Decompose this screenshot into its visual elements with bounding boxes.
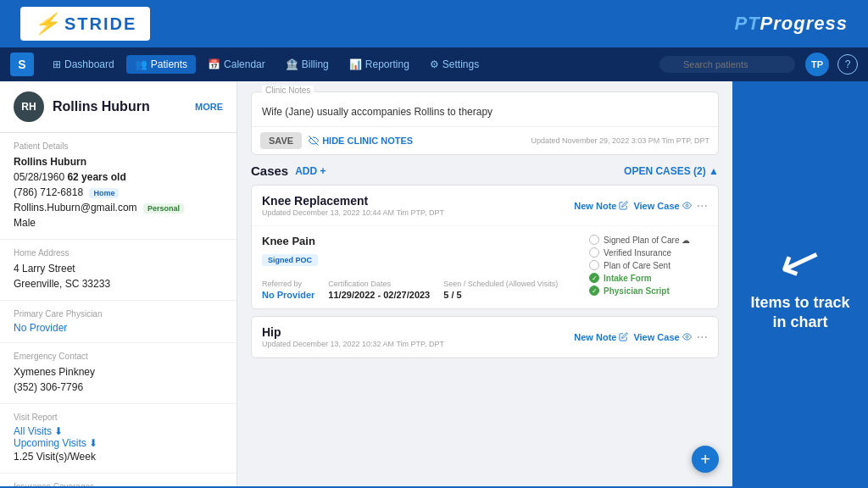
cases-header: Cases ADD + OPEN CASES (2) ▲: [251, 164, 719, 178]
dashboard-icon: ⊞: [53, 58, 61, 70]
insurance-label: Insurance Coverages: [14, 482, 223, 486]
open-cases-button[interactable]: OPEN CASES (2) ▲: [624, 165, 719, 177]
svg-point-3: [686, 336, 688, 338]
case-updated-knee: Updated December 13, 2022 10:44 AM Tim P…: [262, 208, 444, 217]
billing-icon: 🏦: [286, 58, 298, 70]
clinic-notes-text[interactable]: Wife (Jane) usually accompanies Rollins …: [252, 92, 718, 126]
seen-value: 5 / 5: [443, 290, 558, 300]
case-menu-button-hip[interactable]: ···: [697, 330, 708, 345]
ptprogress-logo: PTProgress: [734, 13, 848, 35]
nav-billing-label: Billing: [302, 58, 329, 70]
nav-billing[interactable]: 🏦 Billing: [277, 55, 337, 74]
help-button[interactable]: ?: [837, 54, 858, 75]
fab-add-button[interactable]: +: [692, 446, 719, 473]
emergency-contact-name: Xymenes Pinkney: [14, 364, 223, 380]
check-signed-poc: Signed Plan of Care ☁: [589, 235, 708, 245]
patient-details-email: Rollins.Huburn@gmail.com Personal: [14, 200, 223, 215]
home-address-section: Home Address 4 Larry Street Greenville, …: [0, 240, 236, 301]
new-note-button-knee[interactable]: New Note: [574, 201, 628, 211]
visit-rate: 1.25 Visit(s)/Week: [14, 449, 223, 464]
search-input[interactable]: [659, 56, 795, 73]
promo-area: ↙ Items to track in chart: [732, 81, 868, 486]
stride-wordmark: STRIDE: [64, 14, 136, 34]
stride-s-icon: ⚡: [34, 12, 61, 36]
cases-title: Cases: [251, 164, 288, 178]
case-diagnosis-knee: Knee Pain: [262, 235, 576, 247]
eye-icon: [682, 201, 692, 210]
check-physician-script: Physician Script: [589, 286, 708, 296]
brand-bar: ⚡ STRIDE PTProgress: [0, 0, 868, 47]
sidebar: RH Rollins Huburn MORE Patient Details R…: [0, 81, 237, 486]
patient-details-name: Rollins Huburn: [14, 154, 223, 169]
referred-by-value[interactable]: No Provider: [262, 290, 314, 300]
add-case-button[interactable]: ADD +: [295, 165, 326, 177]
nav-patients[interactable]: 👥 Patients: [126, 55, 196, 74]
emergency-contact-label: Emergency Contact: [14, 352, 223, 361]
referred-by-label: Referred by: [262, 280, 314, 288]
content-area: Clinic Notes Wife (Jane) usually accompa…: [237, 81, 732, 486]
patient-details-phone: (786) 712-6818 Home: [14, 185, 223, 200]
clinic-notes-updated: Updated November 29, 2022 3:03 PM Tim PT…: [531, 136, 709, 145]
signed-poc-badge: Signed POC: [262, 254, 318, 266]
case-title-group: Knee Replacement Updated December 13, 20…: [262, 194, 444, 217]
patient-details-gender: Male: [14, 215, 223, 230]
patient-details-label: Patient Details: [14, 141, 223, 151]
emergency-contact-phone: (352) 306-7796: [14, 380, 223, 395]
nav-patients-label: Patients: [151, 58, 187, 70]
edit-icon-hip: [619, 332, 628, 341]
check-circle-1: [589, 235, 599, 245]
all-visits-link[interactable]: All Visits ⬇: [14, 425, 223, 437]
primary-care-section: Primary Care Physician No Provider: [0, 301, 236, 343]
case-body-knee: Knee Pain Signed POC Referred by No Prov…: [252, 226, 718, 308]
view-case-button-hip[interactable]: View Case: [633, 332, 691, 342]
search-container: [659, 56, 795, 73]
case-title-hip: Hip: [262, 325, 444, 339]
upcoming-visits-link[interactable]: Upcoming Visits ⬇: [14, 437, 223, 449]
reporting-icon: 📊: [349, 58, 362, 70]
clinic-notes-footer: SAVE HIDE CLINIC NOTES Updated November …: [252, 126, 718, 154]
svg-point-2: [686, 204, 688, 207]
case-title-knee: Knee Replacement: [262, 194, 444, 208]
eye-icon-hip: [682, 332, 692, 341]
patient-details-dob: 05/28/1960 62 years old: [14, 169, 223, 185]
nav-logo: S: [10, 53, 34, 76]
hide-clinic-notes-button[interactable]: HIDE CLINIC NOTES: [309, 136, 413, 146]
patient-avatar: RH: [14, 92, 44, 122]
visit-report-label: Visit Report: [14, 413, 223, 422]
home-address-label: Home Address: [14, 248, 223, 258]
primary-care-value[interactable]: No Provider: [14, 322, 223, 334]
pt-text: PT: [734, 13, 760, 34]
nav-reporting-label: Reporting: [365, 58, 409, 70]
nav-dashboard[interactable]: ⊞ Dashboard: [44, 55, 123, 74]
case-card-header-knee: Knee Replacement Updated December 13, 20…: [252, 186, 718, 226]
home-address-street: 4 Larry Street: [14, 261, 223, 276]
nav-calendar[interactable]: 📅 Calendar: [199, 55, 274, 74]
patients-icon: 👥: [135, 58, 147, 70]
nav-settings[interactable]: ⚙ Settings: [421, 55, 487, 74]
settings-icon: ⚙: [430, 58, 439, 70]
promo-arrow-icon: ↙: [771, 230, 829, 291]
stride-logo: ⚡ STRIDE: [20, 7, 150, 41]
edit-icon: [619, 201, 628, 210]
patient-header: RH Rollins Huburn MORE: [0, 81, 236, 133]
nav-reporting[interactable]: 📊 Reporting: [341, 55, 418, 74]
new-note-button-hip[interactable]: New Note: [574, 332, 628, 342]
more-button[interactable]: MORE: [195, 102, 223, 112]
nav-dashboard-label: Dashboard: [64, 58, 114, 70]
case-menu-button-knee[interactable]: ···: [697, 198, 708, 214]
case-meta-knee: Referred by No Provider Certification Da…: [262, 280, 576, 300]
user-avatar[interactable]: TP: [805, 53, 829, 76]
eye-off-icon: [309, 136, 319, 146]
cert-dates-group: Certification Dates 11/29/2022 - 02/27/2…: [328, 280, 430, 300]
check-circle-4: [589, 273, 599, 283]
seen-group: Seen / Scheduled (Allowed Visits) 5 / 5: [443, 280, 558, 300]
case-actions-knee: New Note View Case ···: [574, 198, 708, 214]
clinic-notes-box: Clinic Notes Wife (Jane) usually accompa…: [251, 92, 719, 155]
view-case-button-knee[interactable]: View Case: [633, 201, 691, 211]
home-address-city: Greenville, SC 33233: [14, 276, 223, 291]
save-button[interactable]: SAVE: [260, 132, 302, 149]
check-circle-3: [589, 260, 599, 270]
patient-name-header: Rollins Huburn: [53, 99, 195, 114]
nav-calendar-label: Calendar: [224, 58, 265, 70]
referred-by-group: Referred by No Provider: [262, 280, 314, 300]
